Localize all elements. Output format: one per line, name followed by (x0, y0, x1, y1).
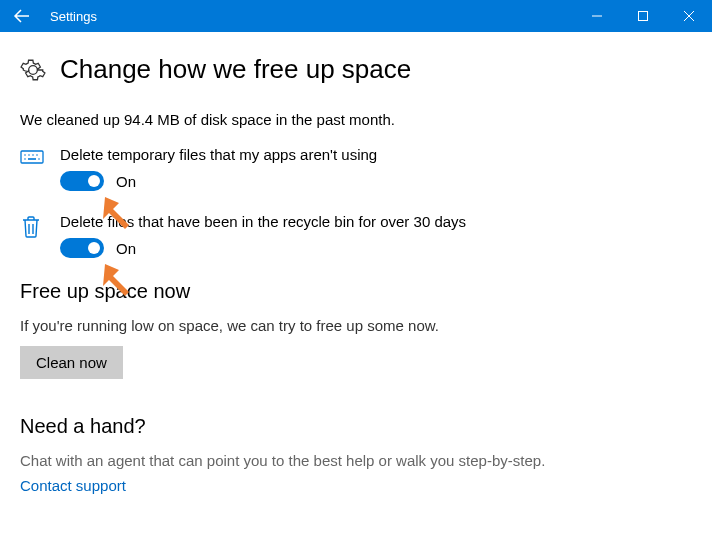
status-text: We cleaned up 94.4 MB of disk space in t… (20, 111, 692, 128)
help-title: Need a hand? (20, 415, 692, 438)
titlebar: Settings (0, 0, 712, 32)
svg-point-4 (32, 154, 34, 156)
gear-icon (20, 57, 46, 83)
window-controls (574, 0, 712, 32)
svg-point-2 (24, 154, 26, 156)
maximize-icon (638, 11, 648, 21)
page-header: Change how we free up space (20, 54, 692, 85)
recycle-bin-state: On (116, 240, 136, 257)
clean-now-button[interactable]: Clean now (20, 346, 123, 379)
svg-point-5 (36, 154, 38, 156)
svg-rect-0 (639, 12, 648, 21)
temp-files-label: Delete temporary files that my apps aren… (60, 146, 692, 163)
keyboard-icon (20, 148, 44, 169)
help-text: Chat with an agent that can point you to… (20, 452, 692, 469)
trash-icon (20, 215, 44, 242)
option-temp-files: Delete temporary files that my apps aren… (20, 146, 692, 191)
content-area: Change how we free up space We cleaned u… (0, 32, 712, 494)
svg-rect-1 (21, 151, 43, 163)
contact-support-link[interactable]: Contact support (20, 477, 692, 494)
window-title: Settings (44, 9, 574, 24)
free-up-title: Free up space now (20, 280, 692, 303)
svg-rect-7 (28, 158, 36, 160)
close-icon (684, 11, 694, 21)
minimize-button[interactable] (574, 0, 620, 32)
svg-point-8 (38, 158, 40, 160)
back-arrow-icon (13, 7, 31, 25)
recycle-bin-label: Delete files that have been in the recyc… (60, 213, 692, 230)
temp-files-toggle[interactable] (60, 171, 104, 191)
back-button[interactable] (0, 0, 44, 32)
option-recycle-bin: Delete files that have been in the recyc… (20, 213, 692, 258)
temp-files-state: On (116, 173, 136, 190)
svg-point-3 (28, 154, 30, 156)
close-button[interactable] (666, 0, 712, 32)
recycle-bin-toggle[interactable] (60, 238, 104, 258)
minimize-icon (592, 11, 602, 21)
svg-point-6 (24, 158, 26, 160)
free-up-text: If you're running low on space, we can t… (20, 317, 692, 334)
maximize-button[interactable] (620, 0, 666, 32)
page-title: Change how we free up space (60, 54, 411, 85)
